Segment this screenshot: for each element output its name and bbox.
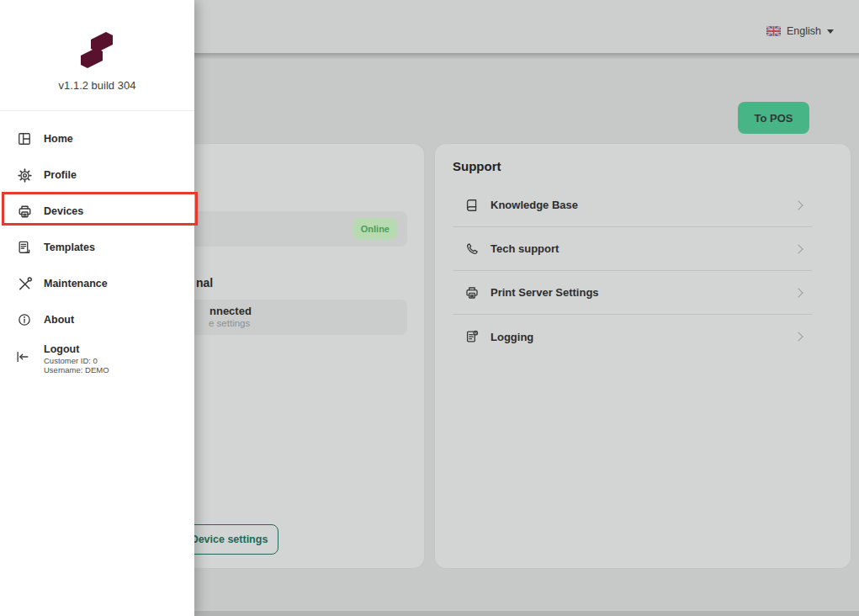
book-icon xyxy=(463,196,481,215)
support-item-label: Tech support xyxy=(490,242,559,255)
language-label: English xyxy=(787,25,821,37)
sidebar-item-templates[interactable]: Templates xyxy=(0,230,194,265)
username-text: Username: DEMO xyxy=(44,365,109,374)
sidebar-item-label: Profile xyxy=(44,169,77,181)
support-item-label: Logging xyxy=(490,331,533,343)
gear-icon xyxy=(14,165,34,185)
support-title: Support xyxy=(453,159,501,173)
sidebar-item-about[interactable]: About xyxy=(0,302,194,337)
brand-logo-icon xyxy=(74,29,119,74)
dashboard-icon xyxy=(14,129,34,149)
sidebar-item-home[interactable]: Home xyxy=(0,121,194,157)
sidebar-item-logout[interactable]: Logout Customer ID: 0 Username: DEMO xyxy=(0,335,194,379)
connection-subtitle: e settings xyxy=(209,318,250,328)
tools-icon xyxy=(14,273,34,294)
info-icon xyxy=(14,310,34,330)
support-list: Knowledge Base Tech support xyxy=(453,183,812,358)
connection-title: nnected xyxy=(209,305,252,317)
sidebar-item-label: Devices xyxy=(44,205,83,217)
customer-id-text: Customer ID: 0 xyxy=(44,356,109,365)
support-item-knowledge-base[interactable]: Knowledge Base xyxy=(453,183,812,227)
logout-icon xyxy=(14,335,34,379)
sidebar-item-label: Logout xyxy=(44,343,79,355)
printer-icon xyxy=(463,284,481,302)
support-item-print-server-settings[interactable]: Print Server Settings xyxy=(453,271,812,315)
sidebar-divider xyxy=(0,110,194,111)
chevron-right-icon xyxy=(793,332,803,341)
sidebar-item-profile[interactable]: Profile xyxy=(0,157,194,193)
status-badge: Online xyxy=(353,218,397,240)
chevron-right-icon xyxy=(793,200,803,210)
chevron-right-icon xyxy=(793,288,803,297)
device-section-heading: nal xyxy=(196,276,213,289)
support-item-logging[interactable]: Logging xyxy=(453,315,812,358)
sidebar-item-label: Templates xyxy=(44,242,95,253)
phone-icon xyxy=(463,240,481,258)
support-item-tech-support[interactable]: Tech support xyxy=(453,227,812,271)
support-item-label: Print Server Settings xyxy=(490,286,599,299)
support-card: Support Knowledge Base Tech xyxy=(434,143,851,569)
chevron-down-icon xyxy=(827,29,834,34)
navigation-drawer: v1.1.2 build 304 Home P xyxy=(0,0,194,616)
to-pos-button[interactable]: To POS xyxy=(738,102,809,134)
log-document-icon xyxy=(463,327,481,346)
sidebar-item-label: About xyxy=(44,314,74,326)
sidebar-item-devices[interactable]: Devices xyxy=(0,194,194,229)
language-selector[interactable]: English xyxy=(766,25,834,37)
sidebar-item-label: Maintenance xyxy=(44,278,108,289)
sidebar-item-maintenance[interactable]: Maintenance xyxy=(0,266,194,301)
device-settings-button[interactable]: Device settings xyxy=(180,524,278,555)
sidebar-item-label: Home xyxy=(44,133,73,145)
printer-icon xyxy=(14,201,34,221)
app-version: v1.1.2 build 304 xyxy=(0,79,194,92)
uk-flag-icon xyxy=(766,26,781,36)
templates-icon xyxy=(14,237,34,258)
support-item-label: Knowledge Base xyxy=(490,199,578,211)
app-window: English To POS Online nal nnected e sett… xyxy=(0,0,859,616)
chevron-right-icon xyxy=(793,244,803,253)
